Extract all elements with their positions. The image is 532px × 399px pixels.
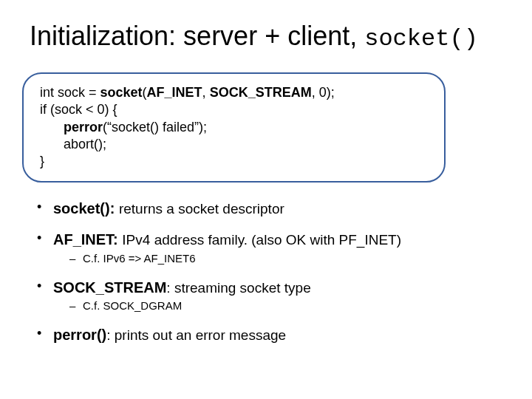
code-line-4: abort(); xyxy=(40,136,428,153)
title-main: Initialization: server + client, xyxy=(30,21,364,51)
code-text: , 0); xyxy=(312,85,335,100)
code-const-afinet: AF_INET xyxy=(147,85,202,100)
slide: Initialization: server + client, socket(… xyxy=(0,0,532,399)
bullet-tail: also OK with PF_INET) xyxy=(256,232,401,248)
title-fn: socket() xyxy=(364,25,478,52)
code-line-3: perror(“socket() failed”); xyxy=(40,119,428,136)
code-text: , xyxy=(202,85,210,100)
bullet-lead: perror() xyxy=(53,327,106,343)
code-text: (“socket() failed”); xyxy=(103,120,207,134)
bullet-tail-bold: IPv4 address family. ( xyxy=(122,232,256,248)
code-keyword-socket: socket xyxy=(100,85,143,100)
bullet-sublist: C.f. SOCK_DGRAM xyxy=(69,299,502,313)
bullet-lead: AF_INET: xyxy=(53,231,122,248)
code-const-sockstream: SOCK_STREAM xyxy=(210,85,312,100)
bullet-list: socket(): returns a socket descriptor AF… xyxy=(35,199,502,345)
code-box: int sock = socket(AF_INET, SOCK_STREAM, … xyxy=(22,72,446,183)
bullet-item: AF_INET: IPv4 address family. (also OK w… xyxy=(35,230,502,265)
bullet-tail-bold: : streaming socket type xyxy=(166,280,310,296)
code-line-1: int sock = socket(AF_INET, SOCK_STREAM, … xyxy=(40,84,428,101)
code-keyword-perror: perror xyxy=(64,120,103,134)
bullet-tail: : prints out an error message xyxy=(106,327,286,343)
sub-bullet: C.f. SOCK_DGRAM xyxy=(69,299,502,313)
bullet-item: SOCK_STREAM: streaming socket type C.f. … xyxy=(35,278,502,313)
bullet-lead: SOCK_STREAM xyxy=(53,279,166,296)
code-text: if (sock < 0) { xyxy=(40,102,117,117)
bullet-lead: socket(): xyxy=(53,200,119,216)
code-line-5: } xyxy=(40,153,428,170)
bullet-tail-bold: returns a socket descriptor xyxy=(119,201,284,216)
bullet-item: perror(): prints out an error message xyxy=(35,325,502,345)
bullet-item: socket(): returns a socket descriptor xyxy=(35,199,502,219)
code-text: } xyxy=(40,154,44,168)
code-text: int sock = xyxy=(40,85,100,100)
sub-bullet: C.f. IPv6 => AF_INET6 xyxy=(69,251,502,266)
code-text: abort(); xyxy=(64,137,106,151)
bullet-sublist: C.f. IPv6 => AF_INET6 xyxy=(69,251,502,266)
code-line-2: if (sock < 0) { xyxy=(40,101,428,118)
slide-title: Initialization: server + client, socket(… xyxy=(30,21,502,53)
